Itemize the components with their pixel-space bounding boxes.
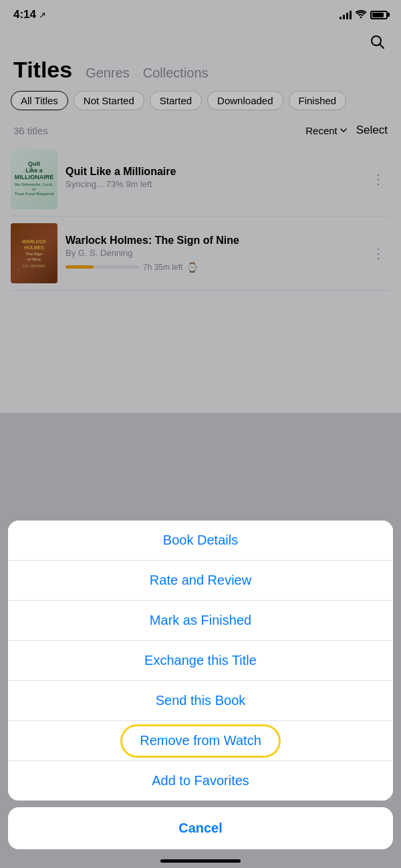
action-rate-review[interactable]: Rate and Review [8, 561, 393, 601]
action-book-details-label: Book Details [163, 533, 238, 548]
action-mark-finished-label: Mark as Finished [150, 613, 251, 628]
action-mark-finished[interactable]: Mark as Finished [8, 601, 393, 641]
action-send-book[interactable]: Send this Book [8, 681, 393, 721]
cancel-label: Cancel [178, 821, 223, 836]
action-sheet: Book Details Rate and Review Mark as Fin… [8, 521, 393, 801]
home-indicator [160, 859, 241, 863]
action-cancel[interactable]: Cancel [8, 807, 393, 849]
action-rate-review-label: Rate and Review [150, 573, 251, 588]
action-remove-watch-label: Remove from Watch [140, 733, 261, 748]
action-send-book-label: Send this Book [156, 693, 246, 708]
cancel-sheet: Cancel [8, 807, 393, 849]
action-sheet-wrapper: Book Details Rate and Review Mark as Fin… [0, 521, 401, 868]
action-book-details[interactable]: Book Details [8, 521, 393, 561]
action-add-favorites[interactable]: Add to Favorites [8, 761, 393, 801]
action-exchange-title-label: Exchange this Title [144, 653, 257, 668]
action-add-favorites-label: Add to Favorites [152, 773, 249, 788]
action-exchange-title[interactable]: Exchange this Title [8, 641, 393, 681]
action-remove-watch[interactable]: Remove from Watch [8, 721, 393, 761]
